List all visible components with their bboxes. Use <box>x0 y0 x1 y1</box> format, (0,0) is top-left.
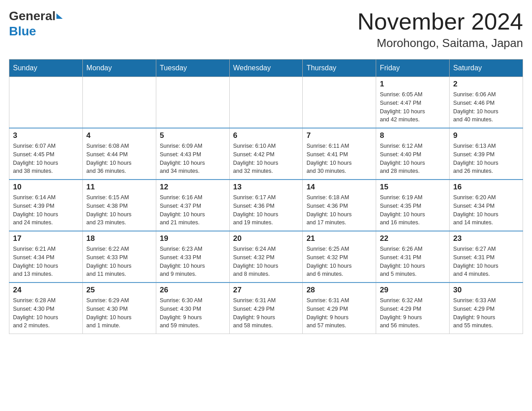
calendar-week-row: 24Sunrise: 6:28 AM Sunset: 4:30 PM Dayli… <box>9 283 523 334</box>
day-info: Sunrise: 6:07 AM Sunset: 4:45 PM Dayligh… <box>13 142 79 176</box>
calendar-cell: 26Sunrise: 6:30 AM Sunset: 4:30 PM Dayli… <box>156 283 229 334</box>
calendar-header-monday: Monday <box>82 60 156 77</box>
logo-arrow-icon <box>56 13 63 19</box>
logo-general-text: General <box>9 9 56 23</box>
calendar-header-saturday: Saturday <box>450 60 523 77</box>
calendar-cell: 15Sunrise: 6:19 AM Sunset: 4:35 PM Dayli… <box>376 180 450 231</box>
calendar-cell: 18Sunrise: 6:22 AM Sunset: 4:33 PM Dayli… <box>82 231 156 283</box>
day-info: Sunrise: 6:09 AM Sunset: 4:43 PM Dayligh… <box>160 142 226 176</box>
day-info: Sunrise: 6:18 AM Sunset: 4:36 PM Dayligh… <box>306 193 372 227</box>
day-info: Sunrise: 6:30 AM Sunset: 4:30 PM Dayligh… <box>160 296 226 330</box>
day-info: Sunrise: 6:32 AM Sunset: 4:29 PM Dayligh… <box>380 296 446 330</box>
calendar-header-thursday: Thursday <box>303 60 376 77</box>
day-number: 4 <box>86 131 152 140</box>
calendar-cell: 8Sunrise: 6:12 AM Sunset: 4:40 PM Daylig… <box>376 128 450 180</box>
day-number: 9 <box>453 131 519 140</box>
month-title: November 2024 <box>357 9 523 34</box>
calendar-cell: 29Sunrise: 6:32 AM Sunset: 4:29 PM Dayli… <box>376 283 450 334</box>
calendar-cell: 30Sunrise: 6:33 AM Sunset: 4:29 PM Dayli… <box>450 283 523 334</box>
calendar-header-wednesday: Wednesday <box>229 60 303 77</box>
calendar-cell: 22Sunrise: 6:26 AM Sunset: 4:31 PM Dayli… <box>376 231 450 283</box>
day-info: Sunrise: 6:28 AM Sunset: 4:30 PM Dayligh… <box>13 296 79 330</box>
calendar-cell: 20Sunrise: 6:24 AM Sunset: 4:32 PM Dayli… <box>229 231 303 283</box>
day-number: 29 <box>380 286 446 295</box>
day-info: Sunrise: 6:33 AM Sunset: 4:29 PM Dayligh… <box>453 296 519 330</box>
day-info: Sunrise: 6:31 AM Sunset: 4:29 PM Dayligh… <box>306 296 372 330</box>
day-info: Sunrise: 6:05 AM Sunset: 4:47 PM Dayligh… <box>380 90 446 124</box>
calendar-cell: 23Sunrise: 6:27 AM Sunset: 4:31 PM Dayli… <box>450 231 523 283</box>
day-number: 21 <box>306 234 372 243</box>
calendar-week-row: 1Sunrise: 6:05 AM Sunset: 4:47 PM Daylig… <box>9 77 523 128</box>
day-info: Sunrise: 6:27 AM Sunset: 4:31 PM Dayligh… <box>453 245 519 278</box>
calendar-header-row: SundayMondayTuesdayWednesdayThursdayFrid… <box>9 60 523 77</box>
day-info: Sunrise: 6:19 AM Sunset: 4:35 PM Dayligh… <box>380 193 446 227</box>
location: Morohongo, Saitama, Japan <box>357 36 523 50</box>
day-number: 15 <box>380 183 446 192</box>
calendar-table: SundayMondayTuesdayWednesdayThursdayFrid… <box>9 59 523 334</box>
day-info: Sunrise: 6:08 AM Sunset: 4:44 PM Dayligh… <box>86 142 152 176</box>
day-number: 11 <box>86 183 152 192</box>
day-number: 28 <box>306 286 372 295</box>
day-number: 10 <box>13 183 79 192</box>
calendar-week-row: 17Sunrise: 6:21 AM Sunset: 4:34 PM Dayli… <box>9 231 523 283</box>
calendar-cell: 11Sunrise: 6:15 AM Sunset: 4:38 PM Dayli… <box>82 180 156 231</box>
calendar-cell: 27Sunrise: 6:31 AM Sunset: 4:29 PM Dayli… <box>229 283 303 334</box>
day-number: 1 <box>380 80 446 89</box>
day-number: 30 <box>453 286 519 295</box>
calendar-cell: 4Sunrise: 6:08 AM Sunset: 4:44 PM Daylig… <box>82 128 156 180</box>
calendar-cell <box>156 77 229 128</box>
day-info: Sunrise: 6:23 AM Sunset: 4:33 PM Dayligh… <box>160 245 226 278</box>
calendar-cell: 28Sunrise: 6:31 AM Sunset: 4:29 PM Dayli… <box>303 283 376 334</box>
calendar-cell: 12Sunrise: 6:16 AM Sunset: 4:37 PM Dayli… <box>156 180 229 231</box>
calendar-cell: 19Sunrise: 6:23 AM Sunset: 4:33 PM Dayli… <box>156 231 229 283</box>
day-info: Sunrise: 6:31 AM Sunset: 4:29 PM Dayligh… <box>233 296 299 330</box>
day-number: 23 <box>453 234 519 243</box>
calendar-cell: 21Sunrise: 6:25 AM Sunset: 4:32 PM Dayli… <box>303 231 376 283</box>
calendar-header-sunday: Sunday <box>9 60 83 77</box>
day-number: 18 <box>86 234 152 243</box>
calendar-cell: 1Sunrise: 6:05 AM Sunset: 4:47 PM Daylig… <box>376 77 450 128</box>
calendar-cell: 24Sunrise: 6:28 AM Sunset: 4:30 PM Dayli… <box>9 283 83 334</box>
day-number: 17 <box>13 234 79 243</box>
day-info: Sunrise: 6:06 AM Sunset: 4:46 PM Dayligh… <box>453 90 519 124</box>
logo: General Blue <box>9 9 64 39</box>
calendar-cell: 13Sunrise: 6:17 AM Sunset: 4:36 PM Dayli… <box>229 180 303 231</box>
day-number: 19 <box>160 234 226 243</box>
day-info: Sunrise: 6:15 AM Sunset: 4:38 PM Dayligh… <box>86 193 152 227</box>
calendar-cell: 25Sunrise: 6:29 AM Sunset: 4:30 PM Dayli… <box>82 283 156 334</box>
day-number: 5 <box>160 131 226 140</box>
day-number: 14 <box>306 183 372 192</box>
logo-blue-text: Blue <box>9 24 36 38</box>
day-number: 8 <box>380 131 446 140</box>
day-number: 6 <box>233 131 299 140</box>
calendar-header-tuesday: Tuesday <box>156 60 229 77</box>
calendar-cell: 6Sunrise: 6:10 AM Sunset: 4:42 PM Daylig… <box>229 128 303 180</box>
day-info: Sunrise: 6:29 AM Sunset: 4:30 PM Dayligh… <box>86 296 152 330</box>
calendar-cell: 5Sunrise: 6:09 AM Sunset: 4:43 PM Daylig… <box>156 128 229 180</box>
day-number: 12 <box>160 183 226 192</box>
calendar-cell: 9Sunrise: 6:13 AM Sunset: 4:39 PM Daylig… <box>450 128 523 180</box>
calendar-cell <box>82 77 156 128</box>
calendar-header-friday: Friday <box>376 60 450 77</box>
calendar-cell: 7Sunrise: 6:11 AM Sunset: 4:41 PM Daylig… <box>303 128 376 180</box>
title-area: November 2024 Morohongo, Saitama, Japan <box>357 9 523 50</box>
day-info: Sunrise: 6:16 AM Sunset: 4:37 PM Dayligh… <box>160 193 226 227</box>
day-info: Sunrise: 6:12 AM Sunset: 4:40 PM Dayligh… <box>380 142 446 176</box>
day-info: Sunrise: 6:14 AM Sunset: 4:39 PM Dayligh… <box>13 193 79 227</box>
calendar-cell <box>9 77 83 128</box>
day-info: Sunrise: 6:25 AM Sunset: 4:32 PM Dayligh… <box>306 245 372 278</box>
day-info: Sunrise: 6:10 AM Sunset: 4:42 PM Dayligh… <box>233 142 299 176</box>
day-number: 22 <box>380 234 446 243</box>
calendar-cell: 2Sunrise: 6:06 AM Sunset: 4:46 PM Daylig… <box>450 77 523 128</box>
day-number: 24 <box>13 286 79 295</box>
day-number: 13 <box>233 183 299 192</box>
day-number: 2 <box>453 80 519 89</box>
calendar-cell <box>303 77 376 128</box>
day-info: Sunrise: 6:13 AM Sunset: 4:39 PM Dayligh… <box>453 142 519 176</box>
day-number: 3 <box>13 131 79 140</box>
day-info: Sunrise: 6:17 AM Sunset: 4:36 PM Dayligh… <box>233 193 299 227</box>
calendar-cell: 3Sunrise: 6:07 AM Sunset: 4:45 PM Daylig… <box>9 128 83 180</box>
calendar-cell: 10Sunrise: 6:14 AM Sunset: 4:39 PM Dayli… <box>9 180 83 231</box>
day-info: Sunrise: 6:24 AM Sunset: 4:32 PM Dayligh… <box>233 245 299 278</box>
calendar-week-row: 10Sunrise: 6:14 AM Sunset: 4:39 PM Dayli… <box>9 180 523 231</box>
